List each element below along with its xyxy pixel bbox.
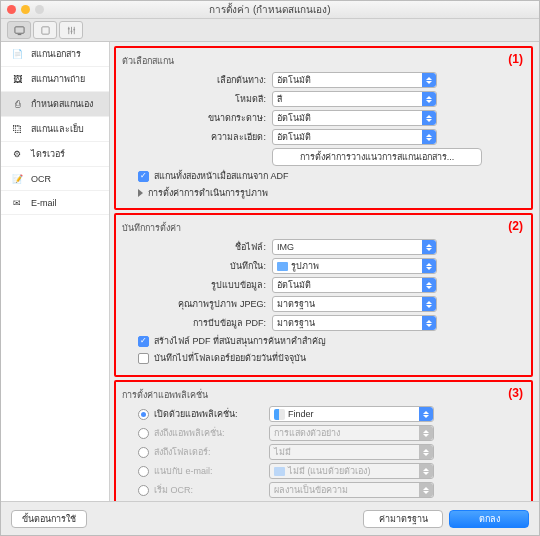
- jpeg-label: คุณภาพรูปภาพ JPEG:: [122, 297, 272, 311]
- chevron-updown-icon: [422, 297, 436, 311]
- chevron-updown-icon: [422, 92, 436, 106]
- savein-label: บันทึกใน:: [122, 259, 272, 273]
- colormode-label: โหมดสี:: [122, 92, 272, 106]
- email-icon: ✉: [9, 196, 25, 209]
- chevron-updown-icon: [422, 130, 436, 144]
- svg-point-7: [70, 30, 72, 32]
- ok-button[interactable]: ตกลง: [449, 510, 529, 528]
- finder-icon: [274, 409, 285, 420]
- radio-off-icon: [138, 466, 149, 477]
- sidebar-item-email[interactable]: ✉E-mail: [1, 191, 109, 215]
- colormode-select[interactable]: สี: [272, 91, 437, 107]
- send-to-app-select: การแสดงตัวอย่าง: [269, 425, 434, 441]
- filename-input[interactable]: IMG: [272, 239, 437, 255]
- instructions-button[interactable]: ขั้นตอนการใช้: [11, 510, 87, 528]
- folder-icon: [277, 262, 288, 271]
- format-select[interactable]: อัตโนมัติ: [272, 277, 437, 293]
- scan-options-group: (1) ตัวเลือกสแกน เลือกต้นทาง:อัตโนมัติ โ…: [114, 46, 533, 210]
- radio-off-icon: [138, 428, 149, 439]
- open-with-radio[interactable]: เปิดด้วยแอพพลิเคชั่น:Finder: [138, 406, 525, 422]
- pdf-label: การบีบข้อมูล PDF:: [122, 316, 272, 330]
- ocr-icon: 📝: [9, 172, 25, 185]
- stitch-icon: ⿻: [9, 123, 25, 136]
- start-ocr-radio[interactable]: เริ่ม OCR:ผลงานเป็นข้อความ: [138, 482, 525, 498]
- attach-email-select: ไม่มี (แนบด้วยตัวเอง): [269, 463, 434, 479]
- format-label: รูปแบบข้อมูล:: [122, 278, 272, 292]
- chevron-updown-icon: [422, 240, 436, 254]
- send-to-folder-radio[interactable]: ส่งถึงโฟลเดอร์:ไม่มี: [138, 444, 525, 460]
- chevron-updown-icon: [422, 259, 436, 273]
- group-marker-3: (3): [508, 386, 523, 400]
- application-settings-heading: การตั้งค่าแอพพลิเคชั่น: [122, 388, 525, 402]
- group-marker-2: (2): [508, 219, 523, 233]
- chevron-updown-icon: [422, 73, 436, 87]
- sidebar-item-photo[interactable]: 🖼สแกนภาพถ่าย: [1, 67, 109, 92]
- group-marker-1: (1): [508, 52, 523, 66]
- sidebar-item-stitch[interactable]: ⿻สแกนและเย็บ: [1, 117, 109, 142]
- application-settings-group: (3) การตั้งค่าแอพพลิเคชั่น เปิดด้วยแอพพล…: [114, 380, 533, 501]
- chevron-updown-icon: [419, 445, 433, 459]
- svg-rect-1: [17, 34, 21, 35]
- send-to-folder-select: ไม่มี: [269, 444, 434, 460]
- document-icon: 📄: [9, 48, 25, 61]
- open-with-select[interactable]: Finder: [269, 406, 434, 422]
- filename-label: ชื่อไฟล์:: [122, 240, 272, 254]
- custom-scan-icon: ⎙: [9, 98, 25, 111]
- toolbar-scan-from-computer-button[interactable]: [7, 21, 31, 39]
- sidebar-item-ocr[interactable]: 📝OCR: [1, 167, 109, 191]
- chevron-updown-icon: [419, 407, 433, 421]
- toolbar-scan-from-panel-button[interactable]: [33, 21, 57, 39]
- triangle-right-icon: [138, 189, 143, 197]
- checkbox-off-icon: [138, 353, 149, 364]
- send-to-app-radio[interactable]: ส่งถึงแอพพลิเคชั่น:การแสดงตัวอย่าง: [138, 425, 525, 441]
- radio-off-icon: [138, 485, 149, 496]
- paper-select[interactable]: อัตโนมัติ: [272, 110, 437, 126]
- photo-icon: 🖼: [9, 73, 25, 86]
- toolbar-settings-button[interactable]: [59, 21, 83, 39]
- pdf-compression-select[interactable]: มาตรฐาน: [272, 315, 437, 331]
- folder-icon: [274, 467, 285, 476]
- chevron-updown-icon: [419, 464, 433, 478]
- sidebar: 📄สแกนเอกสาร 🖼สแกนภาพถ่าย ⎙กำหนดสแกนเอง ⿻…: [1, 42, 110, 501]
- source-label: เลือกต้นทาง:: [122, 73, 272, 87]
- source-select[interactable]: อัตโนมัติ: [272, 72, 437, 88]
- jpeg-quality-select[interactable]: มาตรฐาน: [272, 296, 437, 312]
- footer: ขั้นตอนการใช้ ค่ามาตรฐาน ตกลง: [1, 501, 539, 535]
- defaults-button[interactable]: ค่ามาตรฐาน: [363, 510, 443, 528]
- window-title: การตั้งค่า (กำหนดสแกนเอง): [1, 2, 539, 17]
- attach-email-radio[interactable]: แนบกับ e-mail:ไม่มี (แนบด้วยตัวเอง): [138, 463, 525, 479]
- sidebar-item-document[interactable]: 📄สแกนเอกสาร: [1, 42, 109, 67]
- content-area: (1) ตัวเลือกสแกน เลือกต้นทาง:อัตโนมัติ โ…: [110, 42, 539, 501]
- resolution-select[interactable]: อัตโนมัติ: [272, 129, 437, 145]
- resolution-label: ความละเอียด:: [122, 130, 272, 144]
- sidebar-item-driver[interactable]: ⚙ไดรเวอร์: [1, 142, 109, 167]
- orientation-settings-button[interactable]: การตั้งค่าการวางแนวการสแกนเอกสาร...: [272, 148, 482, 166]
- titlebar: การตั้งค่า (กำหนดสแกนเอง): [1, 1, 539, 19]
- pdf-keyword-checkbox[interactable]: สร้างไฟล์ PDF ที่สนับสนุนการค้นหาคำสำคัญ: [138, 334, 525, 348]
- chevron-updown-icon: [422, 316, 436, 330]
- sidebar-item-custom[interactable]: ⎙กำหนดสแกนเอง: [1, 92, 109, 117]
- checkbox-on-icon: [138, 171, 149, 182]
- chevron-updown-icon: [422, 111, 436, 125]
- adf-duplex-checkbox[interactable]: สแกนทั้งสองหน้าเมื่อสแกนจาก ADF: [138, 169, 525, 183]
- paper-label: ขนาดกระดาษ:: [122, 111, 272, 125]
- save-settings-group: (2) บันทึกการตั้งค่า ชื่อไฟล์:IMG บันทึก…: [114, 213, 533, 377]
- chevron-updown-icon: [419, 483, 433, 497]
- svg-point-6: [67, 27, 69, 29]
- chevron-updown-icon: [419, 426, 433, 440]
- subfolder-checkbox[interactable]: บันทึกไปที่โฟลเดอร์ย่อยด้วยวันที่ปัจจุบั…: [138, 351, 525, 365]
- radio-off-icon: [138, 447, 149, 458]
- driver-icon: ⚙: [9, 148, 25, 161]
- checkbox-on-icon: [138, 336, 149, 347]
- savein-select[interactable]: รูปภาพ: [272, 258, 437, 274]
- image-processing-disclosure[interactable]: การตั้งค่าการดำเนินการรูปภาพ: [138, 186, 525, 200]
- toolbar: [1, 19, 539, 42]
- svg-rect-0: [14, 26, 23, 32]
- svg-point-8: [73, 28, 75, 30]
- chevron-updown-icon: [422, 278, 436, 292]
- save-settings-heading: บันทึกการตั้งค่า: [122, 221, 525, 235]
- svg-rect-2: [41, 26, 48, 33]
- scan-options-heading: ตัวเลือกสแกน: [122, 54, 525, 68]
- start-ocr-select: ผลงานเป็นข้อความ: [269, 482, 434, 498]
- radio-on-icon: [138, 409, 149, 420]
